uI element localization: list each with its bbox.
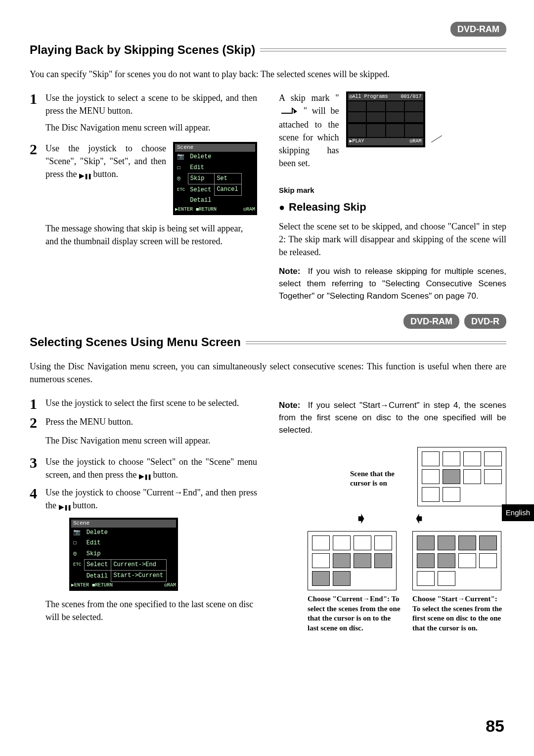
- skip-mark-description: A skip mark " " will be attached to the …: [279, 91, 339, 195]
- diagram-current-end: Choose "Current→End": To select the scen…: [308, 531, 401, 633]
- section1-title: Playing Back by Skipping Scenes (Skip): [30, 42, 255, 59]
- s2-step1: Use the joystick to select the first sce…: [45, 397, 257, 409]
- lcd-thumbnail-screen: ◎All Programs 001/017 ▶PLAY◎RAM: [346, 91, 507, 147]
- s2-step-num-3: 3: [30, 455, 42, 470]
- s2-step4: Use the joystick to choose "Current→End"…: [45, 486, 257, 513]
- diagram-start-current: Choose "Start→Current": To select the sc…: [412, 531, 506, 633]
- dvd-ram-badge-2: DVD-RAM: [403, 314, 459, 329]
- s1-step1b: The Disc Navigation menu screen will app…: [45, 121, 257, 134]
- play-pause-icon: [59, 500, 71, 513]
- cursor-scene-label: Scene that the cursor is on: [350, 469, 409, 489]
- skip-mark-label: Skip mark: [279, 185, 339, 196]
- arrow-down-icon: ➧: [355, 510, 368, 526]
- releasing-skip-body: Select the scene set to be skipped, and …: [279, 220, 506, 259]
- section2-heading: Selecting Scenes Using Menu Screen: [30, 334, 506, 351]
- lcd-scene-menu-skip: Scene 📷Delete ☐Edit ◎SkipSet ETCSelectCa…: [173, 142, 257, 215]
- step-num-1: 1: [30, 91, 42, 106]
- play-pause-icon: [139, 469, 151, 482]
- s2-step4-after: The scenes from the one specified to the…: [45, 598, 257, 623]
- s2-step-num-1: 1: [30, 397, 42, 411]
- heading-rule: [260, 48, 506, 51]
- play-pause-icon: [79, 169, 91, 181]
- s1-step2: Use the joystick to choose "Scene", "Ski…: [45, 142, 166, 181]
- section2-intro: Using the Disc Navigation menu screen, y…: [30, 360, 506, 386]
- s2-step-num-2: 2: [30, 415, 42, 430]
- dvd-ram-badge: DVD-RAM: [450, 22, 506, 37]
- section1-heading: Playing Back by Skipping Scenes (Skip): [30, 42, 506, 59]
- heading-rule-2: [246, 341, 506, 344]
- lcd-scene-menu-select: Scene 📷Delete ☐Edit ◎Skip ETCSelectCurre…: [69, 518, 178, 591]
- s2-step3: Use the joystick to choose "Select" on t…: [45, 455, 257, 482]
- section2-title: Selecting Scenes Using Menu Screen: [30, 334, 241, 351]
- s2-step2: Press the MENU button.: [45, 415, 257, 428]
- lcd-header: Scene: [175, 144, 255, 152]
- section2-note: Note: If you select "Start→Current" in s…: [279, 400, 506, 436]
- s1-step1: Use the joystick to select a scene to be…: [45, 91, 257, 117]
- skip-mark-pointer-line: [427, 135, 506, 142]
- section1-intro: You can specify "Skip" for scenes you do…: [30, 68, 506, 81]
- s2-step2b: The Disc Navigation menu screen will app…: [45, 434, 257, 447]
- s2-step-num-4: 4: [30, 486, 42, 501]
- dvd-r-badge: DVD-R: [464, 314, 506, 329]
- page-number: 85: [486, 714, 504, 738]
- arrow-down-icon: ➧: [412, 510, 426, 526]
- section1-note: Note: If you wish to release skipping fo…: [279, 266, 506, 302]
- releasing-skip-heading: Releasing Skip: [279, 199, 506, 215]
- diagram-cursor-grid: [417, 447, 506, 506]
- svg-line-1: [431, 135, 442, 142]
- caption-start-current: Choose "Start→Current": To select the sc…: [412, 594, 506, 633]
- step-num-2: 2: [30, 142, 42, 157]
- skip-mark-icon: [280, 105, 297, 118]
- s1-step2-after: The message showing that skip is being s…: [45, 222, 257, 248]
- caption-current-end: Choose "Current→End": To select the scen…: [308, 594, 401, 633]
- language-tab-english: English: [502, 504, 534, 521]
